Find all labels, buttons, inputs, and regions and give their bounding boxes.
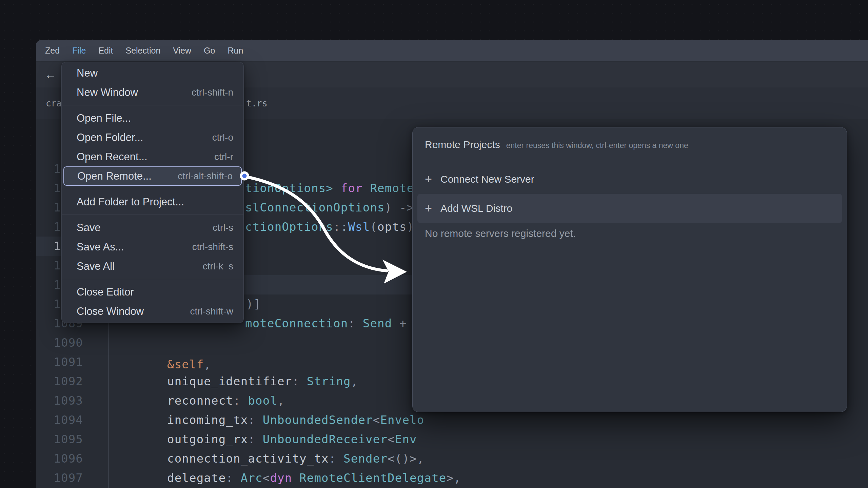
menu-item-label: Open File... [77, 112, 233, 124]
menu-item-save[interactable]: Savectrl-s [62, 218, 243, 237]
menu-item-shortcut: ctrl-shift-n [192, 87, 233, 98]
code-token: : [248, 432, 262, 446]
menu-item-close-window[interactable]: Close Windowctrl-shift-w [62, 302, 243, 321]
line-number: 1096 [36, 449, 83, 468]
menu-item-close-editor[interactable]: Close Editor [62, 282, 243, 302]
code-token: slConnectionOptions [245, 201, 385, 214]
titlebar-item-file[interactable]: File [72, 46, 86, 56]
line-number: 1094 [36, 410, 83, 430]
code-token: RemoteClientDelegate [299, 471, 446, 485]
menu-item-save-all[interactable]: Save Allctrl-k s [62, 257, 243, 276]
menu-item-shortcut: ctrl-r [214, 151, 233, 162]
menu-item-shortcut: ctrl-alt-shift-o [178, 171, 233, 182]
code-token: ctionOptions [245, 220, 333, 233]
code-line: delegate: Arc<dyn RemoteClientDelegate>, [167, 468, 461, 488]
dialog-action-add-wsl-distro[interactable]: +Add WSL Distro [417, 194, 842, 223]
code-token: String [307, 374, 351, 388]
code-token: , [351, 374, 358, 388]
dialog-action-label: Add WSL Distro [440, 203, 512, 214]
code-token: < [373, 413, 380, 427]
code-token: UnboundedSender [263, 413, 373, 427]
menu-item-open-file[interactable]: Open File... [62, 108, 243, 128]
dialog-action-list: +Connect New Server+Add WSL Distro [413, 162, 847, 223]
menu-item-label: Save [77, 222, 213, 234]
code-line: outgoing_rx: UnboundedReceiver<Env [167, 430, 417, 449]
titlebar-item-view[interactable]: View [173, 46, 191, 56]
menu-separator [62, 279, 243, 279]
menu-item-shortcut: ctrl-k s [203, 261, 233, 272]
code-token: + [392, 317, 414, 330]
code-line: ctionOptions::Wsl(opts) [245, 217, 414, 237]
zed-window: ZedFileEditSelectionViewGoRun ← cra t.rs… [36, 40, 868, 488]
code-token [292, 471, 299, 485]
code-line: moteConnection: Send + S [245, 314, 421, 333]
line-number: 1093 [36, 391, 83, 410]
code-token: Envelo [380, 413, 424, 427]
menu-item-save-as[interactable]: Save As...ctrl-shift-s [62, 237, 243, 257]
dialog-title: Remote Projects [425, 139, 500, 150]
breadcrumb-path-left: cra [46, 87, 62, 119]
breadcrumb-path-right: t.rs [246, 87, 268, 119]
code-token [333, 181, 341, 195]
dialog-action-label: Connect New Server [440, 174, 534, 185]
navigate-back-button[interactable]: ← [41, 65, 60, 84]
code-token: dyn [270, 471, 292, 485]
code-token: connection_activity_tx [167, 452, 329, 465]
code-token: : [226, 471, 240, 485]
code-line: unique_identifier: String, [167, 372, 358, 391]
line-number: 1095 [36, 430, 83, 449]
menu-item-label: Open Folder... [77, 131, 212, 144]
code-line: &self, [167, 355, 211, 374]
titlebar-item-edit[interactable]: Edit [98, 46, 113, 56]
dialog-action-connect-new-server[interactable]: +Connect New Server [417, 165, 842, 194]
code-token: incoming_tx [167, 413, 248, 427]
menu-item-shortcut: ctrl-shift-s [192, 242, 233, 252]
menu-item-shortcut: ctrl-o [212, 132, 233, 143]
menu-item-label: New Window [77, 86, 192, 99]
titlebar-item-run[interactable]: Run [228, 46, 243, 56]
line-number: 1097 [36, 468, 83, 488]
menu-item-label: New [77, 67, 233, 79]
code-token: Wsl [348, 220, 370, 233]
menu-item-label: Close Window [77, 305, 190, 318]
menu-item-add-folder-to-project[interactable]: Add Folder to Project... [62, 192, 243, 211]
remote-projects-header: Remote Projects enter reuses this window… [413, 127, 847, 162]
code-token: Arc [241, 471, 263, 485]
titlebar-menu: ZedFileEditSelectionViewGoRun [45, 46, 256, 56]
code-token: for [341, 181, 363, 195]
titlebar-item-selection[interactable]: Selection [125, 46, 160, 56]
menu-item-new-window[interactable]: New Windowctrl-shift-n [62, 83, 243, 102]
plus-icon: + [425, 201, 440, 216]
dialog-subtitle: enter reuses this window, ctrl-enter ope… [506, 141, 688, 150]
back-arrow-icon: ← [45, 68, 56, 81]
code-token: : [292, 374, 307, 388]
code-line: slConnectionOptions) -> [245, 198, 414, 217]
menu-item-new[interactable]: New [62, 63, 243, 83]
menu-item-shortcut: ctrl-shift-w [190, 306, 233, 317]
code-token: outgoing_rx [167, 432, 248, 446]
code-line: reconnect: bool, [167, 391, 285, 410]
line-number: 1092 [36, 372, 83, 391]
menu-item-label: Save As... [77, 241, 192, 253]
menu-item-open-remote[interactable]: Open Remote...ctrl-alt-shift-o [63, 166, 242, 186]
menu-item-open-recent[interactable]: Open Recent...ctrl-r [62, 147, 243, 166]
menu-item-open-folder[interactable]: Open Folder...ctrl-o [62, 128, 243, 147]
code-token: bool [248, 394, 277, 407]
line-number: 1090 [36, 333, 83, 352]
menu-separator [62, 189, 243, 189]
menu-item-label: Add Folder to Project... [77, 196, 233, 208]
code-token: :: [333, 220, 348, 233]
line-number: 1091 [36, 352, 83, 372]
code-token: : [233, 394, 248, 407]
code-token: ( [370, 220, 377, 233]
menu-item-label: Open Remote... [77, 170, 178, 182]
menu-item-label: Open Recent... [77, 151, 214, 163]
code-token: Sender [343, 452, 388, 465]
code-token: < [388, 432, 395, 446]
code-token: moteConnection [245, 317, 348, 330]
titlebar-item-zed[interactable]: Zed [45, 46, 60, 56]
file-menu-dropdown: NewNew Windowctrl-shift-nOpen File...Ope… [61, 62, 244, 323]
titlebar-item-go[interactable]: Go [204, 46, 215, 56]
menu-item-shortcut: ctrl-s [213, 222, 233, 233]
menu-item-label: Close Editor [77, 286, 233, 298]
